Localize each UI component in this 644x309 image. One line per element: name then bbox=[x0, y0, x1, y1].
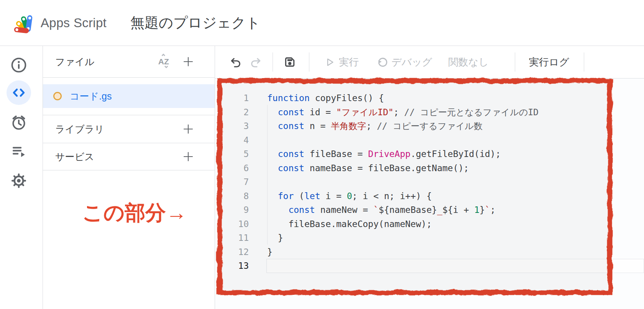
code-line-12[interactable]: 12} bbox=[215, 245, 644, 259]
code-editor[interactable]: 1function copyFiles() {2 const id = "ファイ… bbox=[215, 78, 644, 273]
redo-icon bbox=[249, 56, 262, 69]
sort-files-button[interactable]: AZ bbox=[157, 53, 172, 70]
code-line-9[interactable]: 9 const nameNew = `${nameBase}_${i + 1}`… bbox=[215, 203, 644, 217]
code-line-8[interactable]: 8 for (let i = 0; i < n; i++) { bbox=[215, 189, 644, 203]
code-line-content: const n = 半角数字; // コピーするファイル数 bbox=[266, 119, 483, 133]
line-number: 3 bbox=[215, 119, 249, 133]
code-line-6[interactable]: 6 const nameBase = fileBase.getName(); bbox=[215, 161, 644, 175]
code-line-4[interactable]: 4 bbox=[215, 133, 644, 147]
services-section: サービス bbox=[43, 143, 215, 170]
executions-nav-button[interactable] bbox=[10, 142, 28, 160]
files-panel: ファイル AZ コード.gs ライブラリ bbox=[43, 46, 215, 309]
code-line-13[interactable]: 13 bbox=[215, 259, 644, 273]
services-title: サービス bbox=[55, 150, 94, 163]
info-icon bbox=[10, 57, 27, 74]
redo-button[interactable] bbox=[249, 56, 262, 69]
plus-icon bbox=[182, 151, 194, 162]
code-lines: 1function copyFiles() {2 const id = "ファイ… bbox=[215, 91, 644, 273]
unsaved-circle-icon bbox=[53, 92, 62, 100]
debug-button[interactable]: デバッグ bbox=[376, 56, 432, 69]
code-line-5[interactable]: 5 const fileBase = DriveApp.getFileById(… bbox=[215, 147, 644, 161]
code-line-content: function copyFiles() { bbox=[266, 91, 384, 105]
indent-guide bbox=[267, 105, 268, 245]
add-file-button[interactable] bbox=[182, 56, 194, 67]
function-select[interactable]: 関数なし bbox=[448, 56, 488, 69]
az-sort-icon: AZ bbox=[157, 53, 172, 69]
settings-nav-button[interactable] bbox=[10, 172, 28, 190]
code-line-2[interactable]: 2 const id = "ファイルID"; // コピー元となるファイルのID bbox=[215, 105, 644, 119]
brand-name: Apps Script bbox=[41, 16, 107, 30]
gear-settings-icon bbox=[10, 172, 27, 189]
code-line-7[interactable]: 7 bbox=[215, 175, 644, 189]
libraries-section: ライブラリ bbox=[43, 115, 215, 143]
plus-icon bbox=[182, 56, 194, 67]
code-line-1[interactable]: 1function copyFiles() { bbox=[215, 91, 644, 105]
project-title[interactable]: 無題のプロジェクト bbox=[130, 13, 260, 33]
app-header: Apps Script 無題のプロジェクト bbox=[0, 0, 644, 46]
code-line-3[interactable]: 3 const n = 半角数字; // コピーするファイル数 bbox=[215, 119, 644, 133]
code-line-content: const nameNew = `${nameBase}_${i + 1}`; bbox=[266, 203, 496, 217]
line-number: 7 bbox=[215, 175, 249, 189]
code-line-10[interactable]: 10 fileBase.makeCopy(nameNew); bbox=[215, 217, 644, 231]
editor-toolbar: 実行 デバッグ 関数なし 実行ログ bbox=[215, 46, 644, 78]
line-number: 11 bbox=[215, 231, 249, 245]
code-line-content: } bbox=[266, 245, 273, 259]
files-panel-header: ファイル AZ bbox=[43, 46, 215, 78]
file-name: コード.gs bbox=[70, 90, 112, 103]
line-number: 2 bbox=[215, 105, 249, 119]
line-number: 12 bbox=[215, 245, 249, 259]
overview-nav-button[interactable] bbox=[10, 56, 28, 74]
toolbar-divider bbox=[584, 52, 584, 72]
code-line-11[interactable]: 11 } bbox=[215, 231, 644, 245]
debug-label: デバッグ bbox=[391, 56, 432, 69]
line-number: 6 bbox=[215, 161, 249, 175]
execution-log-button[interactable]: 実行ログ bbox=[529, 56, 569, 69]
line-number: 8 bbox=[215, 189, 249, 203]
file-row-code-gs[interactable]: コード.gs bbox=[43, 84, 215, 108]
line-number: 10 bbox=[215, 217, 249, 231]
code-line-content: const nameBase = fileBase.getName(); bbox=[266, 161, 469, 175]
toolbar-divider bbox=[309, 52, 309, 72]
save-button[interactable] bbox=[283, 56, 296, 69]
play-icon bbox=[325, 57, 335, 67]
run-button[interactable]: 実行 bbox=[325, 56, 359, 69]
apps-script-logo bbox=[13, 12, 35, 34]
debug-restart-icon bbox=[376, 56, 388, 68]
toolbar-divider bbox=[273, 52, 273, 72]
save-icon bbox=[283, 56, 296, 69]
editor-nav-button[interactable] bbox=[7, 80, 31, 105]
undo-button[interactable] bbox=[230, 56, 242, 69]
line-number: 13 bbox=[215, 259, 249, 273]
svg-text:AZ: AZ bbox=[158, 57, 169, 66]
annotation-this-part: この部分→ bbox=[43, 199, 215, 227]
undo-icon bbox=[230, 56, 242, 69]
line-number: 1 bbox=[215, 91, 249, 105]
clock-triggers-icon bbox=[10, 114, 27, 131]
code-line-content: const fileBase = DriveApp.getFileById(id… bbox=[266, 147, 501, 161]
left-rail bbox=[0, 46, 43, 309]
line-number: 9 bbox=[215, 203, 249, 217]
editor-pane: 実行 デバッグ 関数なし 実行ログ 1function copyFiles() … bbox=[215, 46, 644, 309]
code-line-content: for (let i = 0; i < n; i++) { bbox=[266, 189, 432, 203]
code-line-content: const id = "ファイルID"; // コピー元となるファイルのID bbox=[266, 105, 539, 119]
code-line-content bbox=[266, 259, 644, 273]
code-line-content: fileBase.makeCopy(nameNew); bbox=[266, 217, 432, 231]
files-title: ファイル bbox=[55, 56, 94, 68]
triggers-nav-button[interactable] bbox=[10, 113, 28, 132]
add-service-button[interactable] bbox=[182, 151, 194, 162]
run-label: 実行 bbox=[339, 56, 359, 69]
line-number: 4 bbox=[215, 133, 249, 147]
code-line-content: } bbox=[266, 231, 283, 245]
line-number: 5 bbox=[215, 147, 249, 161]
executions-list-icon bbox=[11, 143, 27, 159]
add-library-button[interactable] bbox=[182, 123, 194, 135]
libraries-title: ライブラリ bbox=[55, 123, 104, 136]
code-editor-icon bbox=[11, 85, 26, 100]
toolbar-divider bbox=[515, 52, 515, 72]
plus-icon bbox=[182, 123, 194, 135]
